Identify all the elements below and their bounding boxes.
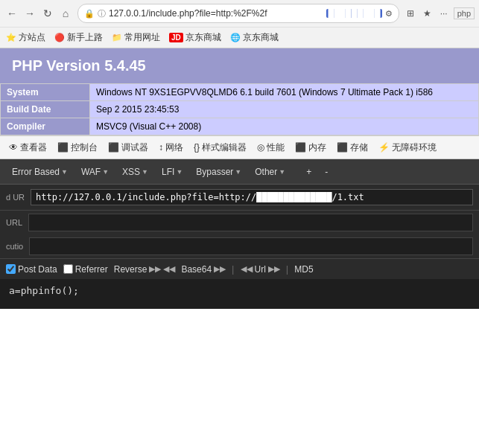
nav-buttons: ← → ↻ ⌂ (4, 6, 73, 21)
hackbar-url-input[interactable] (31, 189, 473, 205)
remove-label: - (325, 167, 328, 177)
table-row: Build Date Sep 2 2015 23:45:53 (1, 101, 479, 118)
accessibility-label: 无障碍环境 (392, 141, 437, 154)
hackbar-url-row: d UR (0, 185, 479, 211)
bookmark-globe-icon: 🌐 (230, 33, 241, 42)
url-favicon: ⚙ (385, 9, 393, 19)
table-key: Build Date (1, 101, 90, 118)
bookmark-item-newuser[interactable]: 🔴 新手上路 (54, 31, 103, 44)
error-based-chevron: ▼ (61, 168, 68, 176)
hackbar-exec-input[interactable] (29, 237, 473, 255)
address-bar[interactable]: 🔒 ⓘ 127.0.0.1/include.php?file=http:%2F%… (77, 4, 399, 23)
bookmark-star[interactable]: ★ (420, 7, 434, 20)
bookmark-item-jd1[interactable]: JD 京东商城 (169, 31, 221, 44)
refresh-button[interactable]: ↻ (40, 6, 55, 21)
php-info-page: PHP Version 5.4.45 System Windows NT 9XS… (0, 48, 479, 135)
table-value: Windows NT 9XS1EGPVV8QLMD6 6.1 build 760… (90, 84, 479, 101)
referrer-checkbox[interactable] (63, 264, 73, 274)
table-value: Sep 2 2015 23:45:53 (90, 101, 479, 118)
devtools-network[interactable]: ↕ 网络 (154, 139, 188, 156)
viewer-label: 查看器 (20, 141, 47, 154)
hackbar-remove[interactable]: - (319, 164, 334, 180)
hackbar-other[interactable]: Other ▼ (249, 164, 291, 180)
devtools-debugger[interactable]: ⬛ 调试器 (104, 139, 153, 156)
footer-separator-1: | (232, 263, 234, 275)
network-icon: ⊞ (404, 7, 417, 20)
bookmark-item-jd2[interactable]: 🌐 京东商城 (230, 31, 279, 44)
style-editor-label: 样式编辑器 (202, 141, 247, 154)
referrer-toggle[interactable]: Referrer (63, 264, 108, 275)
base64-button[interactable]: Base64 ▶▶ (181, 264, 226, 275)
bookmark-star-icon: ⭐ (6, 33, 16, 42)
referrer-label: Referrer (75, 264, 108, 275)
bookmark-item-common[interactable]: 📁 常用网址 (112, 31, 160, 44)
performance-icon: ◎ (257, 142, 264, 153)
hackbar-xss[interactable]: XSS ▼ (116, 164, 154, 180)
hackbar-footer: Post Data Referrer Reverse ▶▶ ◀◀ Base64 … (0, 258, 479, 279)
url-left-arrow: ◀◀ (241, 264, 253, 274)
url-display[interactable]: 127.0.0.1/include.php?file=http:%2F%2f (109, 8, 323, 19)
back-button[interactable]: ← (4, 6, 19, 21)
table-key: Compiler (1, 118, 90, 135)
url-hidden: █████████ (326, 9, 381, 18)
md5-button[interactable]: MD5 (294, 264, 313, 275)
devtools-viewer[interactable]: 👁 查看器 (4, 139, 51, 156)
forward-button[interactable]: → (22, 6, 37, 21)
footer-separator-2: | (286, 263, 288, 275)
extension-php-button[interactable]: php (454, 7, 475, 19)
hackbar-lfi[interactable]: LFI ▼ (156, 164, 188, 180)
home-button[interactable]: ⌂ (58, 6, 73, 21)
hackbar-add[interactable]: + (300, 164, 317, 180)
accessibility-icon: ⚡ (378, 142, 390, 153)
devtools-console[interactable]: ⬛ 控制台 (53, 139, 102, 156)
url-decode-button[interactable]: ◀◀ Url ▶▶ (241, 264, 280, 275)
input-row-label: URL (6, 218, 22, 227)
devtools-storage[interactable]: ⬛ 存储 (332, 139, 372, 156)
devtools-accessibility[interactable]: ⚡ 无障碍环境 (374, 139, 441, 156)
console-label: 控制台 (71, 141, 98, 154)
bookmark-item-site[interactable]: ⭐ 方站点 (6, 31, 45, 44)
base64-right-arrow: ▶▶ (214, 264, 226, 274)
devtools-memory[interactable]: ⬛ 内存 (291, 139, 331, 156)
memory-label: 内存 (308, 141, 326, 154)
hackbar: Error Based ▼ WAF ▼ XSS ▼ LFI ▼ Bypasser… (0, 159, 479, 309)
info-icon: ⓘ (98, 8, 106, 19)
base64-label: Base64 (181, 264, 212, 275)
post-data-checkbox[interactable] (6, 264, 16, 274)
table-value: MSVC9 (Visual C++ 2008) (90, 118, 479, 135)
hackbar-error-based[interactable]: Error Based ▼ (6, 164, 74, 180)
post-data-toggle[interactable]: Post Data (6, 264, 57, 275)
other-label: Other (255, 167, 277, 177)
bookmark-label: 京东商城 (185, 31, 221, 44)
reverse-button[interactable]: Reverse ▶▶ ◀◀ (114, 264, 176, 275)
lfi-label: LFI (162, 167, 174, 177)
hackbar-input-row: URL (0, 211, 479, 234)
style-editor-icon: {} (194, 142, 200, 153)
browser-chrome: ← → ↻ ⌂ 🔒 ⓘ 127.0.0.1/include.php?file=h… (0, 0, 479, 48)
exec-row-label: cutio (6, 242, 23, 251)
hackbar-bypasser[interactable]: Bypasser ▼ (190, 164, 247, 180)
table-row: System Windows NT 9XS1EGPVV8QLMD6 6.1 bu… (1, 84, 479, 101)
php-info-table: System Windows NT 9XS1EGPVV8QLMD6 6.1 bu… (0, 83, 479, 135)
bookmark-label: 新手上路 (67, 31, 103, 44)
more-options-button[interactable]: ··· (437, 7, 451, 20)
storage-icon: ⬛ (337, 142, 348, 153)
add-label: + (306, 167, 311, 177)
devtools-performance[interactable]: ◎ 性能 (253, 139, 289, 156)
network-icon: ↕ (159, 142, 163, 153)
waf-chevron: ▼ (102, 168, 109, 176)
bookmark-folder-icon: 📁 (112, 33, 122, 42)
xss-label: XSS (122, 167, 140, 177)
devtools-bar: 👁 查看器 ⬛ 控制台 ⬛ 调试器 ↕ 网络 {} 样式编辑器 ◎ 性能 ⬛ 内… (0, 135, 479, 159)
url-footer-label: Url (255, 264, 266, 275)
bookmark-label: 常用网址 (124, 31, 160, 44)
php-header: PHP Version 5.4.45 (0, 48, 479, 83)
hackbar-menu: Error Based ▼ WAF ▼ XSS ▼ LFI ▼ Bypasser… (0, 159, 479, 185)
debugger-label: 调试器 (121, 141, 148, 154)
url-right-arrow: ▶▶ (268, 264, 280, 274)
table-row: Compiler MSVC9 (Visual C++ 2008) (1, 118, 479, 135)
hackbar-extra-input[interactable] (28, 214, 473, 231)
hackbar-waf[interactable]: WAF ▼ (75, 164, 115, 180)
devtools-style-editor[interactable]: {} 样式编辑器 (189, 139, 251, 156)
php-version-title: PHP Version 5.4.45 (12, 57, 467, 74)
